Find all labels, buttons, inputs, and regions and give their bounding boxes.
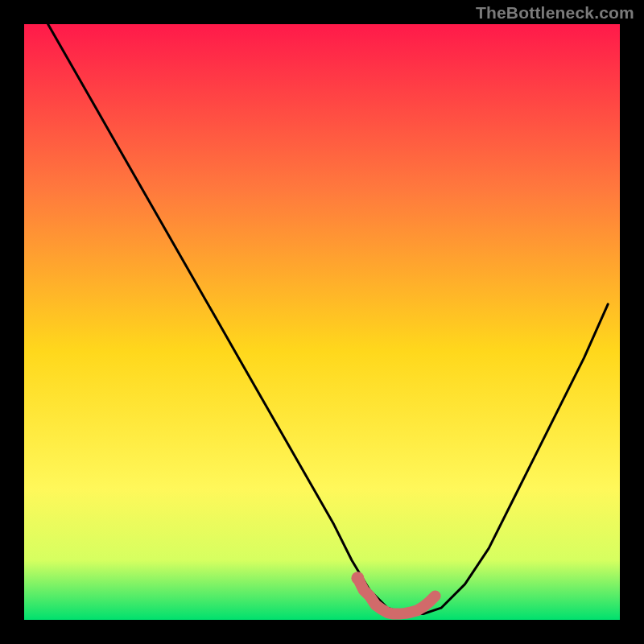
plot-area xyxy=(24,24,620,620)
watermark-label: TheBottleneck.com xyxy=(476,3,634,23)
optimal-range-start-dot xyxy=(351,572,364,584)
chart-svg xyxy=(0,0,644,644)
chart-frame: TheBottleneck.com xyxy=(0,0,644,644)
